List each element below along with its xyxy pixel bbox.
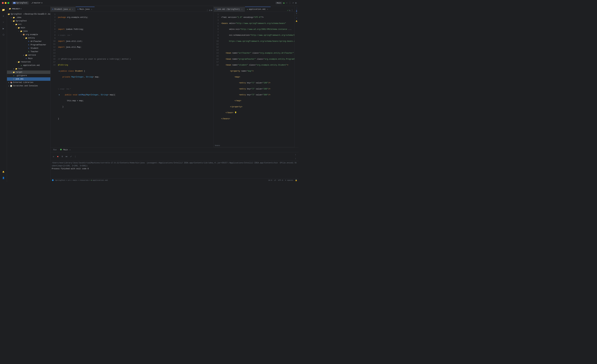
bottom-tab-main[interactable]: Main ✕ [59,148,72,152]
target-folder-icon: 📁 [13,71,15,73]
expand-icon[interactable]: ⊞ [211,9,212,12]
xml-code-editor[interactable]: 1 2 3 4 5 6 7 8 9 10 11 [214,12,294,144]
sidebar-item-service[interactable]: ▶ 📁 service [7,54,50,57]
activity-project-icon[interactable]: 📁 [1,7,6,13]
sidebar-item-target[interactable]: ▶ 📁 target [7,70,50,74]
tab-close-icon[interactable]: ✕ [90,8,93,10]
xml-code-content[interactable]: <?xml version="1.0" encoding="UTF-8"?> <… [220,12,294,144]
sidebar-item-scratches[interactable]: ▶ 📝 Scratches and Consoles [7,84,50,88]
sidebar-item-idea[interactable]: ▶ 📁 .idea [7,16,50,19]
settings-button[interactable]: ⚙ [295,1,297,5]
bottom-tabs: Run Main ✕ [50,147,298,152]
notification-icon[interactable]: 🔔 [296,20,298,22]
activity-notifications-icon[interactable]: 🔔 [1,169,6,175]
more-icon[interactable]: ⋮ [206,9,208,12]
sidebar-item-artteacher[interactable]: C ArtTeacher [7,40,50,43]
tab-close-icon[interactable]: ✕ [71,8,74,10]
tree-arrow: ▶ [10,71,13,73]
sidebar-item-entity[interactable]: ▾ 📁 entity [7,36,50,40]
idea-icon: 🔷 [52,179,54,181]
line-col-indicator[interactable]: 18:9 [268,179,272,181]
run-button[interactable]: ▶ [283,1,285,5]
sidebar-item-label: application.xml [23,64,40,66]
tab-label: application.xml [249,8,266,10]
search-button[interactable]: ⌕ [292,1,294,5]
sidebar-item-gitignore[interactable]: ⊘ .gitignore [7,74,50,77]
tab-application-xml[interactable]: ⚙ application.xml ✕ [245,7,271,12]
sidebar-item-label: org.example [26,34,38,36]
git-status-icon[interactable]: ⑂ [296,17,297,19]
src-folder-icon: 📁 [15,23,17,25]
sidebar-item-main-class[interactable]: C Main [7,57,50,60]
tree-arrow: ▾ [15,61,17,63]
main-java-tab-icon: C [78,8,79,10]
collapse-icon[interactable]: ⊟ [209,9,210,12]
console-output: Process finished with exit code 0 [52,167,297,170]
refresh-icon[interactable]: ↻ [289,9,291,12]
more-actions-button[interactable]: ⋮ [289,1,291,5]
sidebar-item-application-xml[interactable]: ⚙ application.xml [7,64,50,67]
tree-arrow: ▶ [23,54,25,56]
bottom-tab-close[interactable]: ✕ [70,149,71,151]
more-toolbar-button[interactable]: ⋮ [73,155,77,158]
project-name-badge[interactable]: ST SpringTest [12,1,29,5]
branch-icon: ⎇ [31,2,33,4]
sidebar-item-test[interactable]: ▶ 📁 test [7,67,50,70]
activity-user-icon[interactable]: 👤 [1,175,6,181]
sidebar-header: 📁 Project ∨ [7,6,50,12]
restore-button[interactable]: ⤢ [69,155,73,158]
sidebar-item-java[interactable]: ▾ 📁 java [7,30,50,33]
lock-icon[interactable]: 🔒 [295,179,297,181]
tab-pom-xml[interactable]: m pom.xml (SpringTest) ✕ [214,7,245,12]
sidebar-item-external-libs[interactable]: ▶ 📚 External Libraries [7,81,50,84]
application-xml-icon: ⚙ [20,64,23,66]
tab-close-icon[interactable]: ✕ [267,8,269,10]
maven-label: m [296,13,298,14]
branch-selector[interactable]: ⎇ master ∨ [30,1,44,5]
stop-button[interactable]: ■ [56,155,60,158]
sidebar-item-org-example[interactable]: ▾ 📦 org.example [7,33,50,36]
titlebar-actions: Main ▶ ⋯ ⋮ ⌕ ⚙ [275,1,297,5]
pause-button[interactable]: ⏸ [60,155,64,158]
sidebar-item-src[interactable]: ▾ 📁 src [7,23,50,26]
indent-indicator[interactable]: 4 spaces [285,179,293,181]
encoding-indicator[interactable]: UTF-8 [278,179,283,181]
breadcrumb-springtest: SpringTest [55,179,65,181]
debug-button[interactable]: ⋯ [286,1,287,4]
left-code-editor[interactable]: 1 2 3 4 5 6 7 8 9 10 11 12 13 14 [50,12,213,147]
activity-bar: 📁 ⌕ ⑂ ▶ ⬡ 🔔 👤 [0,6,7,182]
sidebar-item-student[interactable]: C Student [7,46,50,50]
activity-run-icon[interactable]: ▶ [1,26,6,31]
sidebar-item-programteacher[interactable]: C ProgramTeacher [7,43,50,46]
scroll-up-button[interactable]: ↑ [294,153,297,156]
sidebar-item-springtest-root[interactable]: ▾ 📁 SpringTest ~/Desktop/CS/JavaEE/2 Jav… [7,12,50,16]
activity-plugins-icon[interactable]: ⬡ [1,32,6,38]
more-icon[interactable]: ⋮ [291,9,293,12]
bottom-panel: Run Main ✕ ↺ ■ ⏸ ⏭ ⤢ ⋮ ↑ ↓ [50,147,298,178]
run-config-selector[interactable]: Main [275,2,282,4]
minimize-button[interactable] [5,2,7,4]
tree-arrow: ▾ [17,31,20,32]
rerun-button[interactable]: ↺ [52,155,55,158]
bottom-tab-run[interactable]: Run [52,148,58,152]
root-folder-icon: 📁 [8,13,10,15]
breadcrumb[interactable]: SpringTest > src > main > resources > ⚙ … [55,179,108,181]
scroll-down-button[interactable]: ↓ [294,157,297,160]
tab-main-java[interactable]: C Main.java ✕ [76,7,95,12]
maximize-button[interactable] [8,2,9,4]
step-button[interactable]: ⏭ [65,155,68,158]
activity-git-icon[interactable]: ⑂ [1,20,6,25]
tab-close-icon[interactable]: ✕ [241,8,243,10]
sidebar-item-teacher[interactable]: I Teacher [7,50,50,54]
sidebar-item-pom-xml[interactable]: m pom.xml [7,77,50,81]
resources-folder-icon: 📁 [17,61,20,63]
sidebar-item-springtest[interactable]: ▾ 📁 SpringTest [7,19,50,23]
sidebar-item-label: src [18,23,22,25]
code-content[interactable]: package org.example.entity; import lombo… [57,12,213,147]
sidebar-item-resources[interactable]: ▾ 📁 resources [7,60,50,64]
close-button[interactable] [2,2,4,4]
activity-search-icon[interactable]: ⌕ [1,13,6,19]
tab-student-java[interactable]: C Student.java ⚠1 ✕ [50,7,76,12]
sidebar-item-main[interactable]: ▾ 📁 main [7,26,50,30]
line-ending-indicator[interactable]: LF [274,179,276,181]
